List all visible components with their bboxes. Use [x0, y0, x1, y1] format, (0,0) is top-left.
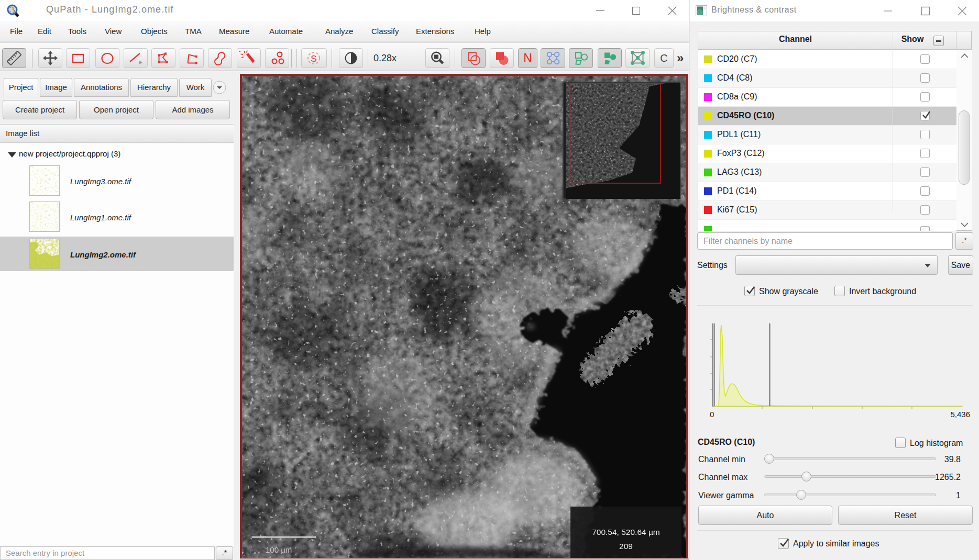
svg-text:100 µm: 100 µm	[266, 545, 292, 554]
svg-text:209: 209	[619, 542, 633, 551]
svg-text:700.54, 520.64 µm: 700.54, 520.64 µm	[592, 528, 660, 536]
svg-text:N: N	[523, 51, 532, 65]
svg-text:S: S	[311, 54, 316, 64]
svg-text:C: C	[660, 52, 667, 64]
